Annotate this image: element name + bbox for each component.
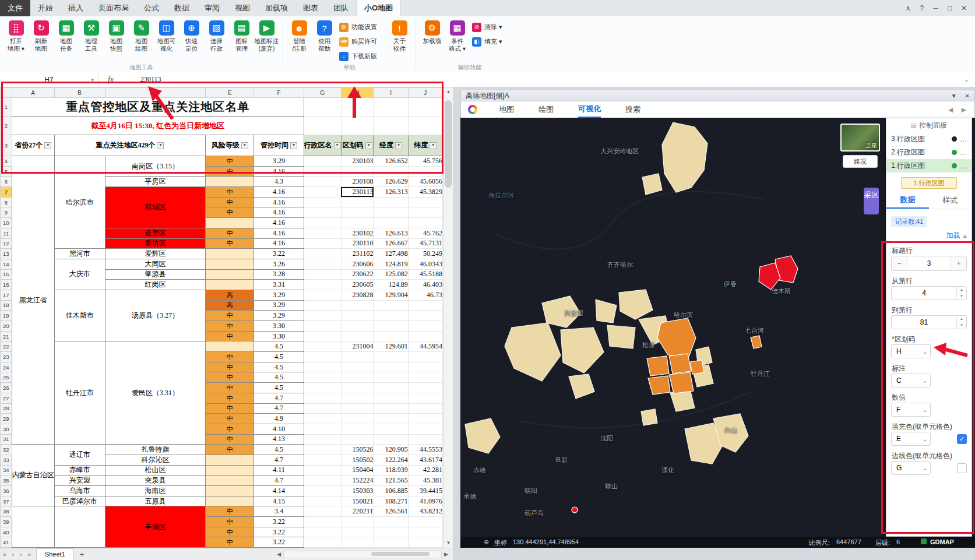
cell-I17[interactable]: 129.904 — [374, 290, 408, 300]
cell-I5[interactable] — [374, 166, 408, 177]
cell-I19[interactable] — [374, 311, 408, 321]
layer-menu-icon[interactable]: … — [960, 135, 967, 143]
row-header-4[interactable]: 4 — [1, 156, 12, 167]
cell-G20[interactable] — [304, 321, 341, 332]
download-new-button[interactable]: ↓下载新版 — [337, 50, 387, 62]
cell-E29[interactable]: 中 — [206, 414, 254, 424]
row-header-12[interactable]: 12 — [1, 238, 12, 249]
cell-G10[interactable] — [304, 218, 341, 228]
cell-H23[interactable] — [341, 352, 374, 362]
cell-E18[interactable]: 高 — [206, 300, 254, 311]
column-header-G[interactable]: G — [304, 88, 341, 98]
cell-C12[interactable]: 香坊区 — [105, 238, 206, 249]
cell-G34[interactable] — [304, 465, 341, 476]
cell-F5[interactable]: 4.16 — [254, 166, 304, 177]
cell-B17[interactable]: 佳木斯市 — [54, 290, 105, 341]
name-box-caret-icon[interactable]: ▾ — [91, 77, 94, 83]
cell-G28[interactable] — [304, 403, 341, 414]
prev-sheet-button[interactable]: ‹ — [9, 551, 17, 558]
cell-E38[interactable]: 中 — [206, 506, 254, 517]
cell-C22[interactable]: 爱民区（3.31） — [105, 341, 206, 445]
cell-I22[interactable]: 129.601 — [374, 341, 408, 352]
select-数值[interactable]: F⌄ — [891, 403, 931, 417]
cell-G16[interactable] — [304, 280, 341, 290]
cell-B14[interactable]: 大庆市 — [54, 259, 105, 290]
cell-I2[interactable] — [374, 117, 408, 135]
cell-J29[interactable] — [408, 414, 442, 424]
cell-F10[interactable]: 4.16 — [254, 218, 304, 228]
cell-G5[interactable] — [304, 166, 341, 177]
sheet-tab-sheet1[interactable]: Sheet1 — [36, 548, 74, 560]
column-header-C[interactable]: C — [105, 88, 206, 98]
hscroll-left-icon[interactable]: ◀ — [277, 551, 281, 557]
cell-H9[interactable] — [341, 207, 374, 218]
cell-G12[interactable] — [304, 238, 341, 249]
cell-E33[interactable] — [206, 455, 254, 465]
row-header-21[interactable]: 21 — [1, 331, 12, 341]
quick-locate-button[interactable]: ⊕快速定位 — [179, 17, 204, 62]
cell-A32[interactable]: 内蒙古自治区 — [12, 445, 54, 506]
row-header-35[interactable]: 35 — [1, 476, 12, 486]
row-header-38[interactable]: 38 — [1, 506, 12, 517]
cell-E30[interactable]: 中 — [206, 424, 254, 434]
cell-E40[interactable]: 中 — [206, 527, 254, 537]
row-header-17[interactable]: 17 — [1, 290, 12, 300]
map-tab-搜索[interactable]: 搜索 — [625, 101, 640, 118]
map-visualize-button[interactable]: ◫地图可视化 — [154, 17, 179, 62]
cell-H39[interactable] — [341, 517, 374, 527]
cell-F6[interactable]: 4.3 — [254, 177, 304, 187]
cell-J10[interactable] — [408, 218, 442, 228]
ribbon-tab-图表[interactable]: 图表 — [295, 0, 326, 16]
cell-G11[interactable] — [304, 228, 341, 238]
cell-F7[interactable]: 4.16 — [254, 187, 304, 198]
cell-G40[interactable] — [304, 527, 341, 537]
vip-license-button[interactable]: VIP购买许可 — [337, 36, 387, 48]
cell-I16[interactable]: 124.89 — [374, 280, 408, 290]
cell-J28[interactable] — [408, 403, 442, 414]
cell-I38[interactable]: 126.561 — [374, 506, 408, 517]
cell-I24[interactable] — [374, 362, 408, 372]
cell-E9[interactable]: 中 — [206, 207, 254, 218]
select-标注[interactable]: C⌄ — [891, 374, 931, 388]
header-control-time[interactable]: 管控时间▾ — [254, 135, 304, 156]
cell-J17[interactable]: 46.73 — [408, 290, 442, 300]
collapse-ribbon-icon[interactable]: ∧ — [906, 4, 911, 12]
ribbon-tab-插入[interactable]: 插入 — [61, 0, 91, 16]
cell-E32[interactable]: 中 — [206, 445, 254, 455]
cell-J31[interactable] — [408, 434, 442, 445]
cell-I27[interactable] — [374, 393, 408, 403]
cell-I36[interactable]: 106.885 — [374, 486, 408, 496]
row-header-29[interactable]: 29 — [1, 414, 12, 424]
cell-G1[interactable] — [304, 98, 341, 117]
color-checkbox[interactable]: ✓ — [957, 434, 967, 444]
cell-I32[interactable]: 120.905 — [374, 445, 408, 455]
cell-G35[interactable] — [304, 476, 341, 486]
filter-dropdown-icon[interactable]: ▾ — [157, 142, 164, 149]
cell-F30[interactable]: 4.10 — [254, 424, 304, 434]
cell-F24[interactable]: 4.5 — [254, 362, 304, 372]
header-focus-areas[interactable]: 重点关注地区429个▾ — [54, 135, 205, 156]
cell-F16[interactable]: 3.31 — [254, 280, 304, 290]
layer-menu-icon[interactable]: … — [960, 162, 967, 170]
row-header-22[interactable]: 22 — [1, 341, 12, 352]
ribbon-tab-审阅[interactable]: 审阅 — [197, 0, 227, 16]
cell-J6[interactable]: 45.6056 — [408, 177, 442, 187]
select-all-corner[interactable] — [1, 88, 12, 98]
cell-I6[interactable]: 126.629 — [374, 177, 408, 187]
ribbon-tab-小O地图[interactable]: 小O地图 — [356, 0, 401, 16]
select-填充色(取单元格色)[interactable]: E⌄ — [891, 432, 931, 446]
cell-H6[interactable]: 230108 — [341, 177, 374, 187]
row-header-14[interactable]: 14 — [1, 259, 12, 269]
cell-G22[interactable] — [304, 341, 341, 352]
row-header-16[interactable]: 16 — [1, 280, 12, 290]
cell-F32[interactable]: 4.5 — [254, 445, 304, 455]
row-header-3[interactable]: 3 — [1, 135, 12, 156]
cell-I39[interactable] — [374, 517, 408, 527]
cell-H27[interactable] — [341, 393, 374, 403]
row-header-32[interactable]: 32 — [1, 445, 12, 455]
last-sheet-button[interactable]: » — [24, 551, 34, 558]
row-header-28[interactable]: 28 — [1, 403, 12, 414]
cell-F9[interactable]: 4.16 — [254, 207, 304, 218]
cell-H7[interactable]: 230113 — [341, 187, 374, 198]
row-header-20[interactable]: 20 — [1, 321, 12, 332]
